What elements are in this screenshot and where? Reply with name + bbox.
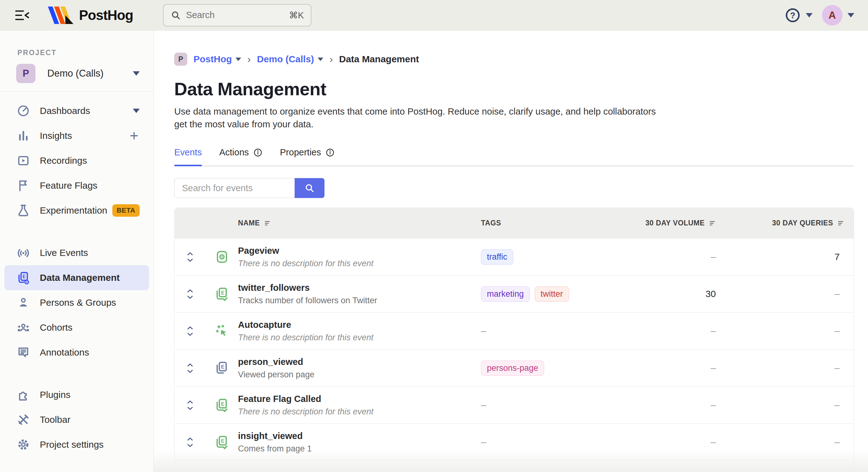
tag: traffic bbox=[481, 249, 513, 265]
brand-name: PostHog bbox=[79, 7, 133, 23]
event-name[interactable]: Autocapture bbox=[238, 320, 481, 330]
sidebar-item-annotations[interactable]: Annotations bbox=[0, 340, 153, 365]
sidebar-item-project-settings[interactable]: Project settings bbox=[0, 432, 153, 457]
sidebar-item-live-events[interactable]: Live Events bbox=[0, 240, 153, 265]
sidebar-item-insights[interactable]: Insights bbox=[0, 123, 153, 148]
global-search[interactable]: ⌘K bbox=[163, 4, 311, 26]
volume-value: – bbox=[638, 363, 716, 373]
chevron-down-icon bbox=[186, 406, 194, 411]
column-header-name[interactable]: NAME bbox=[238, 219, 481, 227]
chevron-down-icon bbox=[186, 258, 194, 262]
person-icon bbox=[16, 295, 30, 310]
breadcrumb-item-project[interactable]: Demo (Calls) bbox=[257, 54, 323, 64]
column-header-tags: TAGS bbox=[481, 219, 638, 227]
sidebar-item-experimentation[interactable]: Experimentation BETA bbox=[0, 198, 153, 223]
event-tags: – bbox=[481, 400, 638, 410]
play-square-icon bbox=[16, 153, 30, 168]
tab-actions[interactable]: Actions bbox=[219, 147, 262, 166]
collapse-sidebar-button[interactable] bbox=[14, 8, 30, 22]
breadcrumb-item-posthog[interactable]: PostHog bbox=[193, 54, 241, 64]
posthog-logo[interactable]: PostHog bbox=[47, 6, 133, 25]
row-expander[interactable] bbox=[186, 252, 194, 262]
help-question-icon: ? bbox=[785, 7, 801, 23]
flask-icon bbox=[16, 203, 30, 218]
event-name[interactable]: person_viewed bbox=[238, 357, 481, 367]
queries-value: – bbox=[716, 326, 854, 336]
chevron-up-icon bbox=[186, 289, 194, 293]
sidebar-item-data-management[interactable]: E Data Management bbox=[4, 265, 149, 290]
svg-text:E: E bbox=[221, 401, 224, 407]
event-name[interactable]: insight_viewed bbox=[238, 431, 481, 441]
sidebar-item-label: Project settings bbox=[40, 439, 103, 450]
sidebar-item-label: Feature Flags bbox=[40, 180, 97, 191]
events-table: NAME TAGS 30 DAY VOLUME 30 DAY QUERIES bbox=[174, 208, 854, 472]
search-icon bbox=[170, 10, 181, 21]
volume-value: – bbox=[638, 252, 716, 262]
info-icon bbox=[326, 148, 335, 157]
queries-value: – bbox=[716, 437, 854, 447]
sidebar-item-persons-groups[interactable]: Persons & Groups bbox=[0, 290, 153, 315]
column-header-queries[interactable]: 30 DAY QUERIES bbox=[716, 219, 854, 227]
plus-icon bbox=[128, 130, 140, 141]
sidebar-item-cohorts[interactable]: Cohorts bbox=[0, 315, 153, 340]
row-expander[interactable] bbox=[186, 400, 194, 411]
svg-text:?: ? bbox=[790, 10, 796, 20]
pageview-event-icon bbox=[214, 249, 229, 264]
event-name[interactable]: twitter_followers bbox=[238, 283, 481, 293]
table-row: E person_viewed Viewed person page perso… bbox=[175, 349, 854, 386]
chevron-down-icon bbox=[318, 58, 323, 61]
tag: marketing bbox=[481, 287, 530, 302]
queries-value: – bbox=[716, 400, 854, 410]
new-insight-button[interactable] bbox=[128, 130, 140, 141]
puzzle-icon bbox=[16, 388, 30, 402]
queries-value: – bbox=[716, 289, 854, 299]
event-description: Tracks number of followers on Twitter bbox=[238, 296, 481, 305]
event-name[interactable]: Pageview bbox=[238, 246, 481, 256]
volume-value: – bbox=[638, 437, 716, 447]
sidebar-item-recordings[interactable]: Recordings bbox=[0, 148, 153, 173]
sidebar-item-toolbar[interactable]: Toolbar bbox=[0, 407, 153, 432]
sidebar-item-dashboards[interactable]: Dashboards bbox=[0, 98, 153, 123]
chevron-down-icon bbox=[236, 58, 241, 61]
chevron-up-icon bbox=[186, 363, 194, 367]
sidebar-item-label: Data Management bbox=[40, 272, 120, 283]
breadcrumb-current: Data Management bbox=[339, 54, 419, 64]
broadcast-icon bbox=[16, 246, 30, 260]
sort-icon bbox=[264, 220, 271, 226]
chevron-down-icon bbox=[186, 369, 194, 374]
row-expander[interactable] bbox=[186, 437, 194, 448]
tab-properties[interactable]: Properties bbox=[280, 147, 335, 166]
events-search-button[interactable] bbox=[294, 178, 324, 198]
beta-badge: BETA bbox=[112, 204, 140, 217]
row-expander[interactable] bbox=[186, 326, 194, 336]
tab-events[interactable]: Events bbox=[174, 147, 202, 166]
event-tags: marketing twitter bbox=[481, 287, 638, 302]
row-expander[interactable] bbox=[186, 289, 194, 299]
breadcrumb: P PostHog › Demo (Calls) › Data Manageme… bbox=[174, 52, 868, 66]
event-description: Comes from page 1 bbox=[238, 444, 481, 454]
gear-icon bbox=[16, 437, 30, 452]
message-lines-icon bbox=[16, 345, 30, 360]
sidebar-item-label: Insights bbox=[40, 130, 72, 141]
sidebar-item-label: Experimentation bbox=[40, 205, 107, 216]
bar-chart-icon bbox=[16, 128, 30, 143]
chevron-down-icon bbox=[806, 13, 813, 18]
info-icon bbox=[253, 148, 262, 157]
help-menu-button[interactable]: ? bbox=[785, 7, 813, 23]
sidebar-item-label: Toolbar bbox=[40, 414, 70, 425]
row-expander[interactable] bbox=[186, 363, 194, 374]
project-selector[interactable]: P Demo (Calls) bbox=[0, 64, 153, 83]
table-row: Autocapture There is no description for … bbox=[175, 312, 854, 349]
chevron-up-icon bbox=[186, 437, 194, 441]
sidebar-item-feature-flags[interactable]: Feature Flags bbox=[0, 173, 153, 198]
avatar: A bbox=[822, 5, 842, 26]
column-header-volume[interactable]: 30 DAY VOLUME bbox=[638, 219, 716, 227]
sidebar-item-label: Live Events bbox=[40, 247, 88, 258]
global-search-input[interactable] bbox=[186, 10, 284, 20]
breadcrumb-project-badge: P bbox=[174, 53, 187, 66]
account-menu-button[interactable]: A bbox=[822, 5, 854, 26]
events-search-input[interactable] bbox=[174, 178, 294, 198]
sidebar-item-plugins[interactable]: Plugins bbox=[0, 382, 153, 407]
chevron-down-icon bbox=[186, 295, 194, 299]
event-name[interactable]: Feature Flag Called bbox=[238, 394, 481, 404]
